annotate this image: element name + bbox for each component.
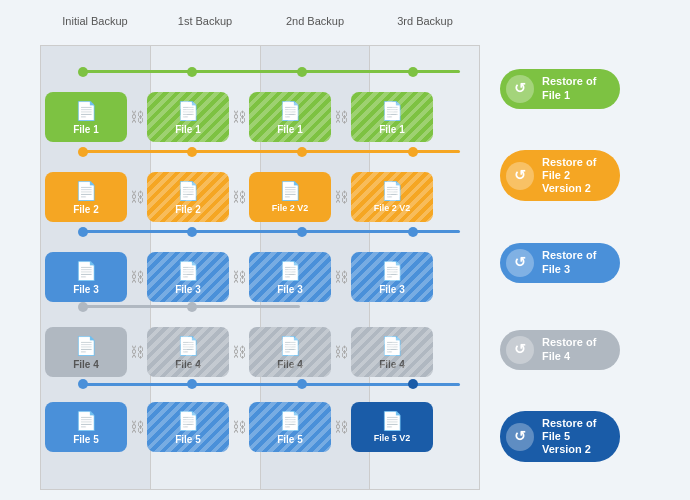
rows-area: 📄 File 1 ⛓ 📄 File 1 ⛓ 📄 File 1 bbox=[40, 45, 480, 437]
restore-file1-button[interactable]: ↺ Restore ofFile 1 bbox=[500, 69, 620, 109]
file5-dot2 bbox=[187, 379, 197, 389]
restore-file4-row: ↺ Restore ofFile 4 bbox=[500, 306, 690, 393]
col-headers: Initial Backup 1st Backup 2nd Backup 3rd… bbox=[40, 15, 480, 27]
file1-row: 📄 File 1 ⛓ 📄 File 1 ⛓ 📄 File 1 bbox=[40, 45, 480, 123]
restore-file3-row: ↺ Restore ofFile 3 bbox=[500, 219, 690, 306]
restore-file1-row: ↺ Restore ofFile 1 bbox=[500, 45, 690, 132]
header-2nd: 2nd Backup bbox=[260, 15, 370, 27]
file1-timeline bbox=[80, 70, 460, 73]
file1-dot3 bbox=[297, 67, 307, 77]
restore-file2-button[interactable]: ↺ Restore ofFile 2Version 2 bbox=[500, 150, 620, 202]
file3-dot2 bbox=[187, 227, 197, 237]
restore-file2-label: Restore ofFile 2Version 2 bbox=[542, 156, 596, 196]
header-1st: 1st Backup bbox=[150, 15, 260, 27]
restore-file1-label: Restore ofFile 1 bbox=[542, 75, 596, 101]
file3-row: 📄 File 3 ⛓ 📄 File 3 ⛓ 📄 File 3 bbox=[40, 205, 480, 283]
restore-file4-label: Restore ofFile 4 bbox=[542, 336, 596, 362]
file2-dot1 bbox=[78, 147, 88, 157]
file3-timeline bbox=[80, 230, 460, 233]
restore-file3-icon: ↺ bbox=[506, 249, 534, 277]
file5-card1: 📄 File 5 bbox=[45, 402, 127, 452]
chain2-1: ⛓ bbox=[127, 187, 147, 207]
file2-dot3 bbox=[297, 147, 307, 157]
restore-file5-row: ↺ Restore ofFile 5Version 2 bbox=[500, 393, 690, 480]
restore-file3-label: Restore ofFile 3 bbox=[542, 249, 596, 275]
restore-file1-icon: ↺ bbox=[506, 75, 534, 103]
header-initial: Initial Backup bbox=[40, 15, 150, 27]
file1-dot1 bbox=[78, 67, 88, 77]
file2-timeline bbox=[80, 150, 460, 153]
file5-timeline bbox=[80, 383, 460, 386]
file3-dot4 bbox=[408, 227, 418, 237]
restore-file3-button[interactable]: ↺ Restore ofFile 3 bbox=[500, 243, 620, 283]
file4-row: 📄 File 4 ⛓ 📄 File 4 ⛓ 📄 File 4 bbox=[40, 283, 480, 355]
restore-file2-row: ↺ Restore ofFile 2Version 2 bbox=[500, 132, 690, 219]
chain5-1: ⛓ bbox=[127, 417, 147, 437]
file3-dot3 bbox=[297, 227, 307, 237]
file2-dot2 bbox=[187, 147, 197, 157]
file2-dot4 bbox=[408, 147, 418, 157]
restore-file5-icon: ↺ bbox=[506, 423, 534, 451]
file5-dot1 bbox=[78, 379, 88, 389]
header-3rd: 3rd Backup bbox=[370, 15, 480, 27]
file4-dot1 bbox=[78, 302, 88, 312]
restore-file4-icon: ↺ bbox=[506, 336, 534, 364]
file1-dot2 bbox=[187, 67, 197, 77]
file4-dot2 bbox=[187, 302, 197, 312]
restore-file5-button[interactable]: ↺ Restore ofFile 5Version 2 bbox=[500, 411, 620, 463]
file5-row: 📄 File 5 ⛓ 📄 File 5 ⛓ 📄 File 5 bbox=[40, 355, 480, 437]
restore-area: ↺ Restore ofFile 1 ↺ Restore ofFile 2Ver… bbox=[490, 10, 690, 490]
main-container: Initial Backup 1st Backup 2nd Backup 3rd… bbox=[0, 0, 690, 500]
file5-card4: 📄 File 5 V2 bbox=[351, 402, 433, 452]
restore-file5-label: Restore ofFile 5Version 2 bbox=[542, 417, 596, 457]
chain2-3: ⛓ bbox=[331, 187, 351, 207]
file3-dot1 bbox=[78, 227, 88, 237]
file5-dot4 bbox=[408, 379, 418, 389]
chain5-2: ⛓ bbox=[229, 417, 249, 437]
restore-file2-icon: ↺ bbox=[506, 162, 534, 190]
file2-row: 📄 File 2 ⛓ 📄 File 2 ⛓ 📄 File 2 V2 bbox=[40, 123, 480, 205]
grid-area: Initial Backup 1st Backup 2nd Backup 3rd… bbox=[30, 10, 490, 490]
file5-card3: 📄 File 5 bbox=[249, 402, 331, 452]
restore-file4-button[interactable]: ↺ Restore ofFile 4 bbox=[500, 330, 620, 370]
chain5-3: ⛓ bbox=[331, 417, 351, 437]
chain2-2: ⛓ bbox=[229, 187, 249, 207]
file1-dot4 bbox=[408, 67, 418, 77]
file5-dot3 bbox=[297, 379, 307, 389]
file5-card2: 📄 File 5 bbox=[147, 402, 229, 452]
